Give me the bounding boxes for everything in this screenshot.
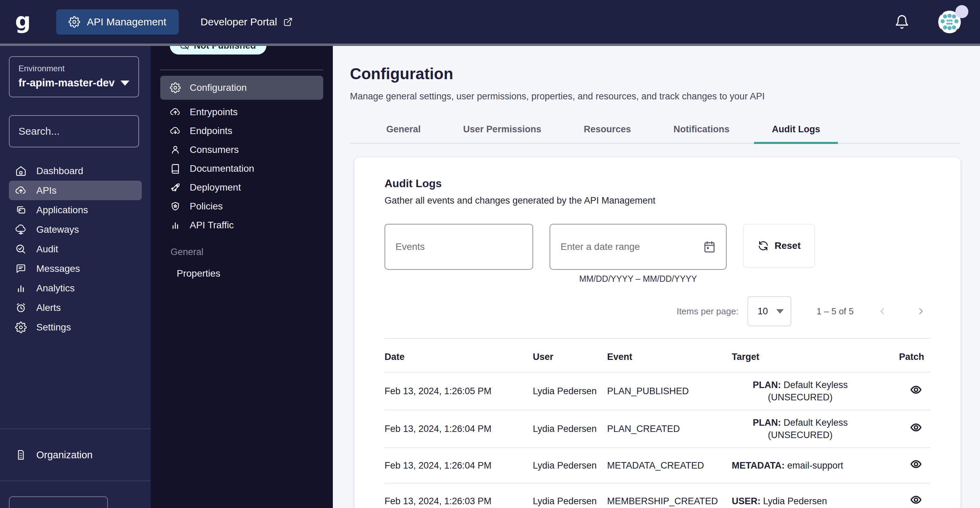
sidebar-item-label: APIs <box>36 185 57 196</box>
chevron-right-icon <box>916 307 925 316</box>
page-subtitle: Manage general settings, user permission… <box>350 91 961 102</box>
events-filter-input[interactable] <box>396 241 523 252</box>
search-input[interactable] <box>19 125 151 137</box>
view-patch-button[interactable] <box>908 458 924 471</box>
sidebar-item-apis[interactable]: APIs <box>9 181 142 200</box>
sidebar-item-settings[interactable]: Settings <box>9 318 142 337</box>
sidebar-item-dashboard[interactable]: Dashboard <box>9 161 142 181</box>
api-sidebar-item-label: Documentation <box>190 163 254 174</box>
sidebar-item-messages[interactable]: Messages <box>9 259 142 278</box>
api-sidebar-item-policies[interactable]: Policies <box>160 197 323 216</box>
eye-icon <box>908 494 924 506</box>
user-avatar[interactable] <box>938 11 961 33</box>
view-patch-button[interactable] <box>908 494 924 507</box>
view-patch-button[interactable] <box>908 383 924 397</box>
sidebar-item-applications[interactable]: Applications <box>9 200 142 220</box>
audit-logs-table: Date User Event Target Patch Feb 13, 202… <box>385 339 930 508</box>
cell-user: Lydia Pedersen <box>533 372 607 410</box>
bar-chart-icon <box>170 220 181 231</box>
api-management-button[interactable]: API Management <box>56 9 179 35</box>
api-sidebar-item-label: Configuration <box>190 82 247 93</box>
external-link-icon <box>283 17 293 27</box>
date-filter-group: MM/DD/YYYY – MM/DD/YYYY <box>550 224 727 284</box>
date-range-field[interactable] <box>550 224 727 270</box>
api-sidebar-item-deployment[interactable]: Deployment <box>160 178 323 197</box>
api-sidebar-item-label: API Traffic <box>190 220 234 231</box>
cell-event: METADATA_CREATED <box>607 448 732 483</box>
sidebar-item-label: Audit <box>36 244 58 255</box>
api-sidebar-item-documentation[interactable]: Documentation <box>160 159 323 178</box>
column-header-user: User <box>533 339 607 372</box>
sidebar-item-alerts[interactable]: Alerts <box>9 298 142 318</box>
view-patch-button[interactable] <box>908 421 924 435</box>
api-sidebar-item-label: Properties <box>177 268 221 279</box>
home-icon <box>15 165 27 177</box>
pagination-range-label: 1 – 5 of 5 <box>817 306 854 317</box>
divider <box>160 70 323 70</box>
environment-label: Environment <box>19 64 129 73</box>
sidebar-item-gateways[interactable]: Gateways <box>9 220 142 239</box>
cards-icon <box>15 204 27 216</box>
gear-icon <box>15 321 27 333</box>
chevron-left-icon <box>878 307 887 316</box>
sidebar-item-organization[interactable]: Organization <box>0 429 151 481</box>
message-icon <box>15 263 27 275</box>
api-sidebar-item-api-traffic[interactable]: API Traffic <box>160 216 323 235</box>
developer-portal-label: Developer Portal <box>200 16 277 28</box>
tab-general[interactable]: General <box>365 118 442 143</box>
notifications-bell-icon[interactable] <box>894 14 910 29</box>
reset-button[interactable]: Reset <box>743 224 815 268</box>
api-sidebar-item-properties[interactable]: Properties <box>160 265 323 282</box>
column-header-target: Target <box>732 339 877 372</box>
api-sidebar-item-consumers[interactable]: Consumers <box>160 140 323 159</box>
calendar-icon[interactable] <box>703 239 716 254</box>
sidebar-item-label: Applications <box>36 204 88 216</box>
search-check-icon <box>15 243 27 255</box>
sidebar-search[interactable] <box>9 115 139 147</box>
items-per-page-select[interactable]: 10 <box>748 296 791 326</box>
cell-target: USER: Lydia Pedersen <box>732 483 877 508</box>
section-label-general: General <box>170 247 333 257</box>
rocket-icon <box>170 182 181 193</box>
cell-patch <box>877 448 930 483</box>
date-range-input[interactable] <box>560 241 703 252</box>
api-sidebar-item-label: Consumers <box>190 144 239 155</box>
sidebar-item-label: Alerts <box>36 302 61 313</box>
api-sidebar-item-label: Policies <box>190 201 223 212</box>
table-row: Feb 13, 2024, 1:26:04 PM Lydia Pedersen … <box>385 448 930 483</box>
api-sidebar-item-endpoints[interactable]: Endpoints <box>160 121 323 140</box>
cell-date: Feb 13, 2024, 1:26:05 PM <box>385 372 533 410</box>
tab-audit-logs[interactable]: Audit Logs <box>751 118 841 143</box>
cell-event: PLAN_CREATED <box>607 410 732 448</box>
environment-value: fr-apim-master-dev <box>19 77 115 89</box>
cell-target: PLAN: Default Keyless (UNSECURED) <box>732 372 877 410</box>
events-filter-select[interactable] <box>385 224 533 270</box>
environment-selector[interactable]: Environment fr-apim-master-dev <box>9 56 139 97</box>
sidebar-bottom: Organization Collapse menu <box>0 428 151 508</box>
chevron-down-icon <box>776 309 784 314</box>
tab-resources[interactable]: Resources <box>563 118 652 143</box>
tab-user-permissions[interactable]: User Permissions <box>442 118 563 143</box>
sidebar-item-analytics[interactable]: Analytics <box>9 278 142 298</box>
cell-event: MEMBERSHIP_CREATED <box>607 483 732 508</box>
book-icon <box>170 163 181 174</box>
divider <box>0 481 151 481</box>
api-sidebar-item-label: Entrypoints <box>190 107 238 118</box>
next-page-button[interactable] <box>911 302 930 321</box>
developer-portal-link[interactable]: Developer Portal <box>200 16 293 28</box>
previous-page-button[interactable] <box>873 302 892 321</box>
sidebar-item-label: Organization <box>36 449 92 461</box>
api-sidebar-item-configuration[interactable]: Configuration <box>160 76 323 100</box>
sidebar-item-label: Dashboard <box>36 166 83 177</box>
sidebar-item-label: Analytics <box>36 283 75 294</box>
sidebar-nav: Dashboard APIs Applications Gateways Aud… <box>0 161 151 337</box>
api-management-label: API Management <box>87 16 166 28</box>
api-sidebar-item-entrypoints[interactable]: Entrypoints <box>160 102 323 121</box>
eye-icon <box>908 458 924 470</box>
sidebar-item-audit[interactable]: Audit <box>9 239 142 259</box>
date-format-hint: MM/DD/YYYY – MM/DD/YYYY <box>550 274 727 284</box>
collapse-menu-button[interactable]: Collapse menu <box>9 496 108 508</box>
column-header-event: Event <box>607 339 732 372</box>
cell-event: PLAN_PUBLISHED <box>607 372 732 410</box>
tab-notifications[interactable]: Notifications <box>652 118 751 143</box>
